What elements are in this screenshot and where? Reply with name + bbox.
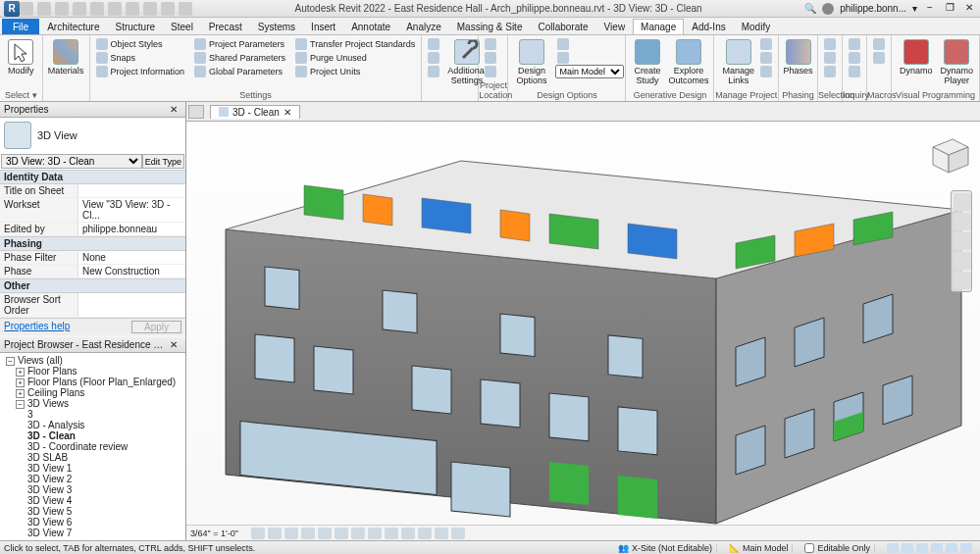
collapse-icon[interactable]: − — [16, 400, 25, 409]
tab-architecture[interactable]: Architecture — [39, 19, 107, 34]
tree-node[interactable]: +Floor Plans (Floor Plan_Enlarged) — [2, 377, 183, 387]
search-box[interactable]: 🔍 — [804, 3, 816, 14]
prop-value[interactable] — [78, 293, 185, 317]
view-scale[interactable]: 3/64" = 1'-0" — [190, 529, 238, 538]
location-button[interactable] — [483, 37, 498, 51]
macro-security-icon[interactable] — [871, 51, 887, 65]
tab-massing[interactable]: Massing & Site — [449, 19, 531, 34]
tree-node[interactable]: −3D Views — [2, 398, 183, 409]
prop-row[interactable]: PhaseNew Construction — [0, 265, 185, 278]
browser-close-icon[interactable]: ✕ — [166, 339, 181, 350]
warnings-icon[interactable] — [847, 65, 862, 78]
snaps-button[interactable]: Snaps — [94, 51, 187, 65]
modify-button[interactable]: Modify — [4, 37, 38, 78]
editable-only-checkbox[interactable] — [804, 543, 814, 553]
tree-node[interactable]: +Ceiling Plans — [2, 387, 183, 398]
user-name[interactable]: philippe.bonn... — [840, 3, 906, 14]
starting-view-icon[interactable] — [758, 65, 774, 78]
macro-manager-icon[interactable] — [871, 37, 887, 51]
decal-types-icon[interactable] — [758, 51, 774, 65]
expand-icon[interactable]: + — [16, 368, 25, 377]
prop-row[interactable]: Edited byphilippe.bonneau — [0, 223, 185, 236]
tree-node[interactable]: 3D - Analysis — [2, 420, 183, 430]
add-to-set-icon[interactable] — [555, 37, 624, 51]
select-by-id-icon[interactable] — [847, 51, 862, 65]
transfer-standards-button[interactable]: Transfer Project Standards — [293, 37, 417, 51]
project-params-button[interactable]: Project Parameters — [192, 37, 287, 51]
tree-node[interactable]: 3D - Coordinate review — [2, 441, 183, 452]
type-selector[interactable]: 3D View: 3D - Clean — [1, 154, 142, 169]
materials-button[interactable]: Materials — [47, 37, 85, 78]
create-study-button[interactable]: Create Study — [630, 37, 664, 88]
prop-row[interactable]: Title on Sheet — [0, 184, 185, 198]
tab-steel[interactable]: Steel — [163, 19, 201, 34]
tree-node[interactable]: 3D View 1 — [2, 463, 183, 474]
select-dropdown[interactable]: Select ▾ — [0, 90, 42, 100]
tab-modify[interactable]: Modify — [734, 19, 778, 34]
tree-node[interactable]: 3 — [2, 409, 183, 420]
expand-icon[interactable]: + — [16, 378, 25, 387]
workset-status[interactable]: X-Site (Not Editable) — [632, 543, 712, 553]
properties-help-link[interactable]: Properties help — [4, 321, 70, 333]
main-model-select[interactable]: Main Model — [555, 65, 624, 78]
coordinates-button[interactable] — [483, 51, 498, 65]
restore-button[interactable]: ❐ — [943, 3, 956, 15]
dynamo-button[interactable]: Dynamo — [896, 37, 937, 88]
qat-save-icon[interactable] — [37, 2, 51, 16]
prop-value[interactable]: New Construction — [78, 265, 185, 277]
qat-measure-icon[interactable] — [126, 2, 139, 16]
qat-thin-lines-icon[interactable] — [143, 2, 157, 16]
prop-value[interactable]: None — [78, 251, 185, 264]
workset-icon[interactable]: 👥 — [618, 543, 629, 553]
tab-analyze[interactable]: Analyze — [398, 19, 449, 34]
user-avatar-icon[interactable] — [822, 3, 834, 15]
tree-node[interactable]: 3D View 4 — [2, 495, 183, 506]
drag-elements-icon[interactable] — [946, 543, 957, 553]
steering-wheel-icon[interactable] — [954, 193, 971, 211]
selection-load-icon[interactable] — [822, 37, 838, 51]
ids-of-selection-icon[interactable] — [847, 37, 862, 51]
project-units-button[interactable]: Project Units — [293, 65, 417, 78]
crop-region-icon[interactable] — [351, 528, 365, 539]
sun-path-icon[interactable] — [284, 528, 298, 539]
qat-sync-icon[interactable] — [55, 2, 69, 16]
selection-save-icon[interactable] — [822, 51, 838, 65]
select-pinned-icon[interactable] — [916, 543, 928, 553]
prop-row[interactable]: WorksetView "3D View: 3D - Cl... — [0, 198, 185, 223]
explore-outcomes-button[interactable]: Explore Outcomes — [664, 37, 712, 88]
project-info-button[interactable]: Project Information — [94, 65, 187, 78]
qat-close-hidden-icon[interactable] — [161, 2, 175, 16]
orbit-icon[interactable] — [954, 252, 971, 270]
properties-close-icon[interactable]: ✕ — [166, 104, 181, 115]
qat-undo-icon[interactable] — [73, 2, 86, 16]
crop-view-icon[interactable] — [335, 528, 348, 539]
tree-node[interactable]: 3D View 2 — [2, 474, 183, 484]
temp-hide-icon[interactable] — [385, 528, 398, 539]
shared-params-button[interactable]: Shared Parameters — [192, 51, 287, 65]
tree-node[interactable]: −Views (all) — [2, 355, 183, 366]
reveal-hidden-icon[interactable] — [401, 528, 415, 539]
minimize-button[interactable]: − — [923, 3, 937, 15]
apply-button[interactable]: Apply — [131, 321, 181, 333]
edit-type-button[interactable]: Edit Type — [142, 154, 184, 169]
select-links-icon[interactable] — [887, 543, 899, 553]
manage-images-icon[interactable] — [758, 37, 774, 51]
panel-schedule-icon[interactable] — [426, 51, 441, 65]
select-face-icon[interactable] — [931, 543, 943, 553]
object-styles-button[interactable]: Object Styles — [94, 37, 187, 51]
tab-addins[interactable]: Add-Ins — [684, 19, 733, 34]
tree-node[interactable]: 3D SLAB — [2, 452, 183, 463]
help-icon[interactable]: ▾ — [912, 3, 917, 14]
tab-view[interactable]: View — [596, 19, 634, 34]
model-status[interactable]: Main Model — [743, 543, 789, 553]
tab-structure[interactable]: Structure — [107, 19, 163, 34]
tab-manage[interactable]: Manage — [633, 19, 684, 34]
tree-node[interactable]: 3D View 6 — [2, 517, 183, 528]
3d-canvas[interactable] — [186, 122, 980, 525]
selection-edit-icon[interactable] — [822, 65, 838, 78]
qat-print-icon[interactable] — [108, 2, 122, 16]
qat-switch-windows-icon[interactable] — [179, 2, 192, 16]
structural-settings-icon[interactable] — [426, 65, 441, 78]
view-tab-3d-clean[interactable]: 3D - Clean ✕ — [210, 105, 300, 119]
qat-open-icon[interactable] — [20, 2, 33, 16]
